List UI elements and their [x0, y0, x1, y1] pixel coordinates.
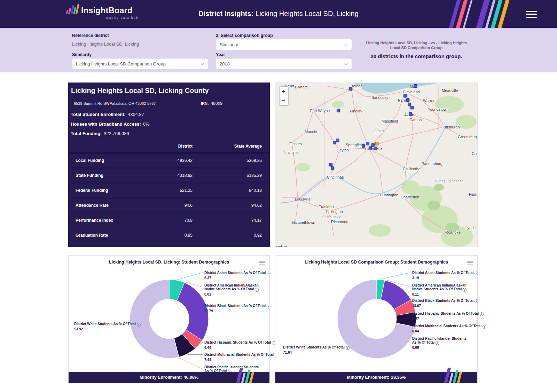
- district-marker[interactable]: [329, 163, 332, 166]
- minority-enrollment-value: 28.36%: [391, 375, 406, 380]
- map-city-label: Dayton: [337, 148, 349, 152]
- district-marker[interactable]: [369, 146, 372, 149]
- chart-data-label: District White Students As % Of Totali53…: [74, 322, 141, 331]
- info-icon[interactable]: i: [483, 325, 486, 329]
- info-icon[interactable]: i: [267, 272, 270, 275]
- chart-label-line: District White Students As % Of Totali: [74, 322, 141, 327]
- comparison-group-select[interactable]: Similarity: [216, 39, 352, 50]
- district-address: 6539 Summit Rd SWPataskala, OH 43062-876…: [74, 101, 156, 105]
- enrollment-label: Total Student Enrollment:: [71, 112, 126, 117]
- chart-label-value: 6.04: [412, 329, 486, 333]
- chart-data-label: District Black Students As % Of Totali27…: [204, 304, 270, 313]
- chart-title: Licking Heights Local SD Comparison Grou…: [275, 260, 477, 265]
- funding-district-value: 4318.82: [153, 168, 193, 183]
- chart-menu-icon[interactable]: [259, 261, 265, 265]
- zoom-in-button[interactable]: +: [280, 87, 288, 96]
- district-map[interactable]: BendElkhartToledoMenMeadvilleClevelandSa…: [275, 83, 478, 247]
- district-info-card: Licking Heights Local SD, Licking County…: [68, 83, 270, 247]
- chart-label-line: District Hispanic Students As % Of Total…: [412, 312, 484, 316]
- column-district: District: [153, 140, 193, 153]
- menu-icon[interactable]: [526, 11, 537, 18]
- map-state-label: Kentucky: [321, 215, 341, 219]
- chart-body: District Asian Students As % Of Totali3.…: [275, 256, 477, 372]
- map-city-label: Muncie: [305, 130, 317, 134]
- chart-data-label: District Multiracial Students As % Of To…: [412, 324, 486, 333]
- map-city-label: Fishers: [289, 142, 302, 146]
- similarity-group-select[interactable]: Licking Heights Local SD Comparison Grou…: [72, 58, 208, 69]
- chart-data-label: District Pacific Islander StudentsAs % O…: [412, 337, 466, 350]
- donut-slice[interactable]: [177, 283, 209, 340]
- info-icon[interactable]: i: [267, 305, 270, 308]
- district-marker[interactable]: [366, 142, 369, 145]
- district-demographics-chart-card: Licking Heights Local SD, Licking: Stude…: [68, 255, 270, 383]
- district-marker[interactable]: [403, 94, 407, 97]
- district-marker[interactable]: [374, 147, 377, 150]
- map-city-label: Huntington: [380, 193, 398, 197]
- map-city-label: Findlay: [350, 109, 362, 113]
- district-marker[interactable]: [371, 143, 375, 147]
- selected-district-marker[interactable]: [375, 142, 378, 145]
- chevron-down-icon: [340, 58, 352, 69]
- chart-data-label: District Black Students As % Of Totali13…: [412, 299, 478, 308]
- zoom-out-button[interactable]: −: [280, 96, 288, 105]
- funding-state-value: 6185.29: [193, 168, 269, 183]
- map-city-label: Warren: [423, 99, 436, 103]
- chart-label-value: 0.11: [412, 292, 466, 296]
- column-state-average: State Average: [193, 140, 269, 153]
- info-icon[interactable]: i: [436, 341, 439, 345]
- info-icon[interactable]: i: [463, 288, 466, 292]
- info-icon[interactable]: i: [137, 323, 141, 327]
- chart-menu-icon[interactable]: [467, 261, 473, 265]
- info-icon[interactable]: i: [255, 288, 259, 292]
- info-icon[interactable]: i: [346, 346, 350, 350]
- funding-state-value: 0.92: [193, 228, 269, 243]
- map-city-label: Springfield: [346, 143, 364, 147]
- map-city-label: Greensburg: [458, 135, 478, 139]
- chart-label-value: 7.44: [204, 358, 278, 362]
- funding-row-label: Attendance Rate: [69, 198, 153, 213]
- district-marker[interactable]: [409, 112, 412, 116]
- info-icon[interactable]: i: [480, 312, 484, 316]
- map-city-label: Lynchburg: [465, 226, 478, 230]
- map-city-label: Cincinnati: [327, 175, 344, 179]
- map-city-label: owling: [276, 244, 287, 247]
- minority-enrollment-label: Minority Enrollment:: [347, 375, 390, 380]
- chart-label-value: 5.27: [412, 317, 484, 321]
- map-state-label: Ohio: [374, 129, 384, 133]
- district-marker[interactable]: [406, 98, 409, 102]
- info-icon[interactable]: i: [474, 272, 478, 275]
- district-marker[interactable]: [410, 106, 414, 109]
- funding-table: District State Average Local Funding4936…: [69, 140, 269, 243]
- chevron-down-icon: [340, 39, 352, 50]
- map-city-label: Roanoke: [445, 230, 461, 234]
- district-marker[interactable]: [414, 84, 417, 88]
- chart-data-label: District Hispanic Students As % Of Total…: [204, 340, 276, 350]
- district-title: Licking Heights Local SD, Licking County: [71, 87, 209, 95]
- chart-data-label: District Asian Students As % Of Totali3.…: [412, 271, 478, 280]
- chart-label-line: District Asian Students As % Of Totali: [204, 271, 270, 275]
- district-marker[interactable]: [333, 141, 336, 144]
- district-marker[interactable]: [336, 139, 339, 142]
- district-marker[interactable]: [362, 144, 365, 148]
- map-city-label: Chillicothe: [403, 167, 421, 171]
- map-city-label: Youngstown: [428, 107, 449, 111]
- map-city-label: Cumb: [472, 151, 478, 156]
- district-marker[interactable]: [408, 103, 411, 106]
- map-zoom-control: + −: [279, 86, 289, 106]
- district-marker[interactable]: [337, 109, 340, 112]
- funding-row-label: Local Funding: [69, 153, 153, 168]
- chart-label-value: 6.37: [204, 276, 270, 280]
- chart-label-line: District Asian Students As % Of Totali: [412, 271, 478, 275]
- funding-state-value: 5369.26: [193, 153, 269, 168]
- district-marker[interactable]: [349, 87, 352, 91]
- funding-label: Total Funding:: [71, 131, 102, 136]
- comparison-vs-text: Licking Heights Local SD, Licking - vs -…: [362, 40, 471, 50]
- chart-label-value: 0.01: [204, 292, 259, 296]
- district-marker[interactable]: [331, 166, 334, 170]
- info-icon[interactable]: i: [474, 299, 478, 303]
- year-select[interactable]: 2018: [216, 58, 352, 69]
- enrollment-value: 4304.87: [128, 112, 144, 117]
- comparison-group-select-value: Similarity: [216, 42, 340, 47]
- chart-label-line: District Hispanic Students As % Of Total…: [204, 340, 276, 345]
- funding-row-label: State Funding: [69, 168, 153, 183]
